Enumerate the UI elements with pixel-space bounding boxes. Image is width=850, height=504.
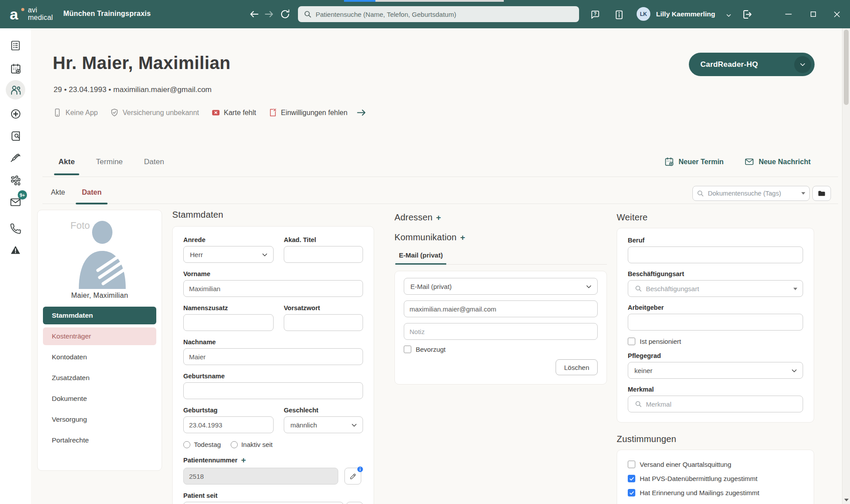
menu-item-versorgung[interactable]: Versorgung: [43, 411, 156, 428]
weitere-heading: Weitere: [617, 212, 814, 223]
beruf-input[interactable]: [628, 246, 803, 263]
patient-seit-input[interactable]: [183, 502, 344, 504]
top-bar: a avimedical München Trainingspraxis ? L…: [0, 0, 850, 28]
chevron-down-icon: [725, 12, 732, 19]
sidebar-item-alerts[interactable]: [8, 242, 23, 258]
merkmal-label: Merkmal: [628, 386, 803, 393]
geburtsname-input[interactable]: [183, 382, 363, 399]
merkmal-select[interactable]: Merkmal: [628, 396, 803, 412]
logout-icon: [741, 8, 753, 20]
status-no-app: Keine App: [53, 108, 98, 117]
menu-item-stammdaten[interactable]: Stammdaten: [43, 307, 156, 324]
sidebar-item-patients[interactable]: [6, 80, 25, 100]
sidebar-item-board[interactable]: [8, 38, 23, 54]
refresh-icon: [279, 8, 291, 20]
pvs-checkbox[interactable]: [628, 475, 635, 482]
menu-item-kostentraeger[interactable]: Kostenträger: [43, 327, 156, 345]
subtab-akte[interactable]: Akte: [45, 186, 71, 204]
info-button[interactable]: [613, 8, 625, 21]
user-name[interactable]: Lilly Kaemmerling: [656, 10, 715, 18]
beschaeftigungsart-label: Beschäftigungsart: [628, 270, 803, 277]
sidebar-item-messages[interactable]: 9+: [8, 194, 23, 210]
patient-seit-calendar-button[interactable]: [346, 502, 363, 504]
back-button[interactable]: [247, 7, 261, 21]
tab-email-privat[interactable]: E-Mail (privat): [395, 250, 446, 265]
patientennummer-info-icon[interactable]: [356, 465, 364, 473]
user-menu-chevron[interactable]: [725, 11, 732, 19]
status-consents-missing[interactable]: Einwilligungen fehlen: [268, 108, 347, 117]
patient-card-name: Maier, Maximilian: [38, 292, 162, 300]
menu-item-zusatzdaten[interactable]: Zusatzdaten: [43, 369, 156, 387]
logout-button[interactable]: [741, 8, 753, 21]
vorname-input[interactable]: [183, 280, 363, 297]
pflegegrad-select[interactable]: keiner: [628, 362, 803, 379]
open-documents-button[interactable]: [812, 186, 831, 201]
calendar-add-icon: [664, 157, 674, 167]
todestag-radio[interactable]: [183, 441, 190, 448]
tab-akte[interactable]: Akte: [58, 156, 76, 174]
add-patientennummer-icon[interactable]: +: [241, 455, 246, 465]
card-reader-select[interactable]: CardReader-HQ: [689, 53, 815, 76]
practice-name: München Trainingspraxis: [63, 10, 151, 18]
tab-daten[interactable]: Daten: [143, 156, 165, 174]
consents-arrow-link[interactable]: [356, 107, 367, 118]
refresh-button[interactable]: [278, 7, 292, 21]
notiz-input[interactable]: [404, 323, 598, 340]
arbeitgeber-label: Arbeitgeber: [628, 304, 803, 311]
kommunikation-type-select[interactable]: E-Mail (privat): [404, 278, 598, 295]
bevorzugt-checkbox[interactable]: [404, 346, 411, 353]
pflegegrad-label: Pflegegrad: [628, 352, 803, 359]
forward-button[interactable]: [262, 7, 276, 21]
chevron-down-icon: [799, 61, 807, 69]
scrollbar-thumb[interactable]: [844, 30, 849, 105]
sidebar-item-vaccination[interactable]: [8, 150, 23, 166]
vorsatzwort-input[interactable]: [284, 314, 363, 331]
arbeitgeber-input[interactable]: [628, 314, 803, 331]
quartalsquittung-checkbox[interactable]: [628, 461, 635, 468]
caret-down-icon: [793, 288, 797, 290]
help-button[interactable]: ?: [589, 8, 601, 21]
patient-search-input[interactable]: [298, 6, 579, 22]
menu-item-portalrechte[interactable]: Portalrechte: [43, 431, 156, 449]
add-kommunikation-icon[interactable]: +: [460, 233, 465, 242]
namenszusatz-input[interactable]: [183, 314, 274, 331]
kommunikation-column: Adressen+ Kommunikation+ E-Mail (privat)…: [394, 210, 607, 385]
new-message-button[interactable]: Neue Nachricht: [744, 157, 811, 167]
inaktiv-radio[interactable]: [231, 441, 238, 448]
email-input[interactable]: [404, 300, 598, 317]
pencil-icon: [349, 473, 357, 480]
geschlecht-select[interactable]: männlich: [284, 416, 363, 433]
sidebar-item-medication[interactable]: [8, 172, 23, 188]
window-close-button[interactable]: [829, 6, 845, 22]
anrede-select[interactable]: Herr: [183, 246, 274, 263]
sidebar-item-calendar[interactable]: [8, 61, 23, 77]
sidebar-item-records-search[interactable]: [8, 128, 23, 144]
menu-item-kontodaten[interactable]: Kontodaten: [43, 348, 156, 366]
sidebar-item-phone[interactable]: [8, 221, 23, 237]
user-avatar[interactable]: LK: [637, 7, 650, 21]
patient-photo[interactable]: Foto: [38, 210, 162, 290]
tab-termine[interactable]: Termine: [95, 156, 124, 174]
beschaeftigungsart-select[interactable]: Beschäftigungsart: [628, 280, 803, 297]
document-search-input[interactable]: [692, 186, 810, 201]
card-reader-chevron[interactable]: [794, 56, 811, 73]
search-icon: [634, 285, 642, 292]
scrollbar-down-arrow[interactable]: [844, 499, 849, 501]
window-minimize-button[interactable]: [780, 6, 796, 22]
akad-titel-input[interactable]: [284, 246, 363, 263]
app-logo[interactable]: a avimedical: [10, 5, 53, 23]
folder-icon: [817, 189, 826, 198]
add-adresse-icon[interactable]: +: [436, 213, 441, 222]
mailings-checkbox[interactable]: [628, 489, 635, 496]
geburtstag-input[interactable]: [183, 416, 274, 433]
menu-item-dokumente[interactable]: Dokumente: [43, 390, 156, 408]
nachname-input[interactable]: [183, 348, 363, 365]
subtab-daten[interactable]: Daten: [76, 186, 108, 204]
bevorzugt-row: Bevorzugt: [404, 346, 598, 353]
bevorzugt-label: Bevorzugt: [416, 346, 446, 353]
new-appointment-button[interactable]: Neuer Termin: [664, 157, 724, 167]
delete-button[interactable]: Löschen: [556, 359, 598, 375]
window-maximize-button[interactable]: [805, 6, 821, 22]
sidebar-item-medical[interactable]: [8, 106, 23, 122]
pensioniert-checkbox[interactable]: [628, 338, 635, 345]
